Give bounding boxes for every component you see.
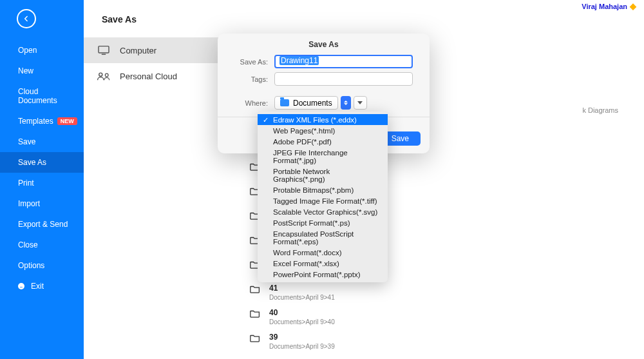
where-select[interactable]: Documents bbox=[274, 96, 338, 110]
format-option[interactable]: Adobe PDF(*.pdf) bbox=[258, 136, 388, 147]
folder-icon bbox=[250, 308, 261, 318]
svg-rect-1 bbox=[102, 54, 106, 55]
where-value: Documents bbox=[293, 99, 332, 108]
sidebar-item-label: Save bbox=[18, 137, 35, 146]
folder-icon bbox=[250, 284, 261, 293]
chevron-down-icon bbox=[357, 101, 363, 104]
where-stepper[interactable] bbox=[341, 96, 351, 110]
format-option[interactable]: Web Pages(*.html) bbox=[258, 125, 388, 136]
sidebar-item-label: Save As bbox=[18, 158, 46, 167]
recent-name: 40 bbox=[269, 308, 335, 317]
format-option[interactable]: PostScript Format(*.ps) bbox=[258, 217, 388, 228]
new-badge: NEW bbox=[57, 117, 77, 125]
save-as-label: Save As: bbox=[234, 58, 274, 66]
recent-name: 39 bbox=[269, 333, 335, 342]
recent-path: Documents>April 9>39 bbox=[269, 343, 335, 350]
format-dropdown: Edraw XML Files (*.eddx)Web Pages(*.html… bbox=[258, 112, 388, 282]
sidebar-item-save-as[interactable]: Save As bbox=[0, 152, 84, 173]
sidebar-item-label: Print bbox=[18, 179, 34, 188]
sidebar-item-label: Import bbox=[18, 199, 40, 208]
category-hint: k Diagrams bbox=[582, 106, 618, 114]
sidebar-item-exit[interactable]: Exit bbox=[0, 276, 84, 296]
diamond-icon: ◆ bbox=[630, 1, 636, 11]
arrow-left-icon bbox=[22, 14, 31, 23]
recent-path: Documents>April 9>41 bbox=[269, 294, 335, 301]
sidebar-item-save[interactable]: Save bbox=[0, 131, 84, 152]
expand-button[interactable] bbox=[354, 96, 367, 110]
format-option[interactable]: Portable Network Graphics(*.png) bbox=[258, 166, 388, 184]
sidebar-item-export-send[interactable]: Export & Send bbox=[0, 214, 84, 235]
location-list: ComputerPersonal Cloud bbox=[84, 37, 225, 89]
sidebar-item-new[interactable]: New bbox=[0, 61, 84, 81]
sidebar-item-templates[interactable]: TemplatesNEW bbox=[0, 111, 84, 131]
sidebar: OpenNewCloud DocumentsTemplatesNEWSaveSa… bbox=[0, 0, 84, 359]
recent-name: 41 bbox=[269, 284, 335, 293]
sidebar-item-label: Options bbox=[18, 261, 44, 270]
format-option[interactable]: Edraw XML Files (*.eddx) bbox=[258, 114, 388, 125]
sidebar-item-label: Cloud Documents bbox=[18, 87, 76, 105]
sidebar-item-print[interactable]: Print bbox=[0, 173, 84, 193]
dialog-title: Save As bbox=[218, 34, 430, 53]
location-label: Personal Cloud bbox=[120, 72, 177, 81]
location-computer[interactable]: Computer bbox=[84, 37, 225, 63]
user-name: Viraj Mahajan bbox=[582, 3, 627, 10]
exit-icon bbox=[18, 283, 24, 289]
sidebar-item-label: Open bbox=[18, 46, 37, 55]
format-option[interactable]: Encapsulated PostScript Format(*.eps) bbox=[258, 228, 388, 247]
sidebar-item-label: Export & Send bbox=[18, 220, 68, 229]
sidebar-item-label: Exit bbox=[31, 282, 44, 291]
svg-point-3 bbox=[105, 73, 108, 77]
back-button[interactable] bbox=[17, 9, 36, 28]
recent-item[interactable]: 40Documents>April 9>40 bbox=[250, 308, 625, 333]
user-badge[interactable]: Viraj Mahajan ◆ bbox=[582, 1, 636, 11]
cloud-user-icon bbox=[97, 71, 111, 81]
sidebar-item-cloud-documents[interactable]: Cloud Documents bbox=[0, 81, 84, 111]
tags-label: Tags: bbox=[234, 75, 274, 83]
recent-item[interactable]: 41Documents>April 9>41 bbox=[250, 284, 625, 308]
sidebar-item-close[interactable]: Close bbox=[0, 235, 84, 255]
save-as-input[interactable]: Drawing11 bbox=[274, 55, 413, 68]
sidebar-item-label: New bbox=[18, 66, 33, 75]
location-label: Computer bbox=[120, 46, 156, 55]
sidebar-item-open[interactable]: Open bbox=[0, 40, 84, 61]
format-option[interactable]: Scalable Vector Graphics(*.svg) bbox=[258, 206, 388, 217]
sidebar-item-label: Templates bbox=[18, 117, 53, 126]
format-option[interactable]: PowerPoint Format(*.pptx) bbox=[258, 269, 388, 280]
sidebar-item-label: Close bbox=[18, 240, 38, 249]
folder-icon bbox=[250, 333, 261, 342]
page-title: Save As bbox=[84, 0, 644, 35]
format-option[interactable]: Word Format(*.docx) bbox=[258, 247, 388, 258]
svg-rect-0 bbox=[99, 46, 109, 53]
folder-icon bbox=[280, 99, 289, 106]
format-option[interactable]: Protable Bitmaps(*.pbm) bbox=[258, 184, 388, 195]
location-personal-cloud[interactable]: Personal Cloud bbox=[84, 63, 225, 89]
sidebar-item-import[interactable]: Import bbox=[0, 193, 84, 214]
tags-input[interactable] bbox=[274, 72, 413, 86]
recent-path: Documents>April 9>40 bbox=[269, 318, 335, 325]
computer-icon bbox=[97, 45, 111, 55]
where-label: Where: bbox=[234, 99, 274, 107]
format-option[interactable]: Tagged Image File Format(*.tiff) bbox=[258, 195, 388, 206]
svg-point-2 bbox=[99, 73, 102, 76]
recent-item[interactable]: 39Documents>April 9>39 bbox=[250, 333, 625, 357]
format-option[interactable]: JPEG File Interchange Format(*.jpg) bbox=[258, 147, 388, 166]
sidebar-item-options[interactable]: Options bbox=[0, 255, 84, 276]
format-option[interactable]: Excel Format(*.xlsx) bbox=[258, 258, 388, 269]
